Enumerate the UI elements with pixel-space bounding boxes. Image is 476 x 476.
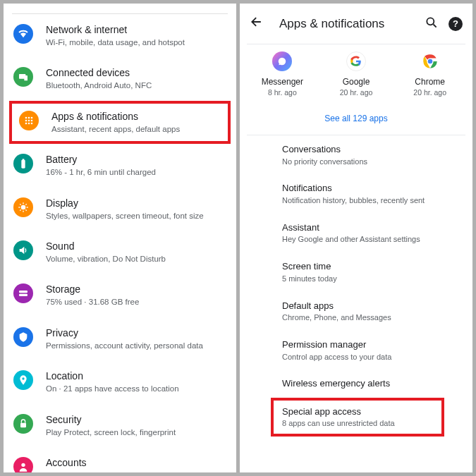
svg-point-7: [31, 119, 33, 121]
recent-app-google[interactable]: Google 20 hr. ago: [319, 51, 393, 97]
sub-item-default-apps[interactable]: Default apps Chrome, Phone, and Messages: [240, 292, 472, 331]
svg-rect-14: [19, 291, 28, 293]
google-icon: [346, 51, 366, 71]
sub-item-conversations[interactable]: Conversations No priority conversations: [240, 135, 472, 174]
svg-point-13: [21, 205, 26, 209]
sub-subtitle: 8 apps can use unrestricted data: [282, 418, 441, 429]
svg-point-22: [427, 59, 432, 64]
app-name: Messenger: [245, 77, 319, 87]
settings-main-pane: Network & internet Wi-Fi, mobile, data u…: [4, 4, 236, 472]
settings-sub-list: Conversations No priority conversations …: [240, 135, 472, 437]
item-subtitle: On · 21 apps have access to location: [46, 384, 179, 395]
svg-point-10: [31, 122, 33, 124]
devices-icon: [13, 67, 33, 87]
sub-item-wireless-alerts[interactable]: Wireless emergency alerts: [240, 370, 472, 398]
apps-notifications-pane: Apps & notifications ? Messenger 8 hr. a…: [240, 4, 472, 472]
sub-item-permission-manager[interactable]: Permission manager Control app access to…: [240, 331, 472, 370]
sub-subtitle: Control app access to your data: [282, 352, 472, 362]
storage-icon: [13, 283, 33, 303]
svg-point-2: [25, 116, 28, 118]
item-title: Connected devices: [46, 66, 152, 80]
settings-item-battery[interactable]: Battery 16% - 1 hr, 6 min until charged: [4, 144, 236, 187]
messenger-icon: [272, 51, 292, 71]
back-button[interactable]: [250, 15, 264, 32]
sub-item-screen-time[interactable]: Screen time 5 minutes today: [240, 252, 472, 291]
item-subtitle: Assistant, recent apps, default apps: [51, 124, 180, 135]
item-subtitle: Styles, wallpapers, screen timeout, font…: [46, 211, 204, 222]
item-title: Storage: [46, 283, 139, 296]
item-subtitle: WhatsApp, Adobe, and Google: [46, 470, 157, 472]
settings-item-connected[interactable]: Connected devices Bluetooth, Android Aut…: [4, 57, 236, 100]
settings-item-sound[interactable]: Sound Volume, vibration, Do Not Disturb: [4, 231, 236, 274]
settings-item-location[interactable]: Location On · 21 apps have access to loc…: [4, 360, 236, 403]
location-icon: [13, 370, 33, 390]
sub-subtitle: Chrome, Phone, and Messages: [282, 312, 472, 323]
settings-item-storage[interactable]: Storage 75% used · 31.68 GB free: [4, 274, 236, 317]
sub-item-special-app-access[interactable]: Special app access 8 apps can use unrest…: [271, 398, 444, 437]
svg-rect-1: [24, 75, 28, 80]
page-title: Apps & notifications: [279, 17, 425, 31]
see-all-apps-link[interactable]: See all 129 apps: [240, 102, 472, 135]
item-title: Location: [46, 370, 179, 383]
sub-subtitle: Notification history, bubbles, recently …: [282, 195, 472, 206]
item-subtitle: 16% - 1 hr, 6 min until charged: [46, 167, 156, 178]
item-title: Security: [46, 413, 176, 427]
svg-rect-11: [21, 160, 25, 169]
svg-rect-15: [19, 294, 28, 296]
sub-title: Conversations: [282, 143, 472, 156]
accounts-icon: [13, 457, 33, 472]
item-subtitle: 75% used · 31.68 GB free: [46, 297, 139, 308]
recent-app-chrome[interactable]: Chrome 20 hr. ago: [393, 51, 467, 97]
item-subtitle: Wi-Fi, mobile, data usage, and hotspot: [46, 37, 185, 49]
wifi-icon: [13, 24, 33, 44]
app-time: 8 hr. ago: [245, 88, 319, 97]
item-subtitle: Bluetooth, Android Auto, NFC: [46, 80, 152, 92]
item-title: Sound: [46, 240, 166, 253]
search-button[interactable]: [425, 16, 439, 32]
app-name: Google: [319, 77, 393, 87]
recent-apps-row: Messenger 8 hr. ago Google 20 hr. ago Ch…: [240, 44, 472, 102]
settings-item-apps[interactable]: Apps & notifications Assistant, recent a…: [12, 104, 228, 141]
svg-point-3: [28, 116, 30, 118]
chrome-icon: [420, 51, 440, 71]
item-title: Privacy: [46, 327, 203, 340]
sub-title: Screen time: [282, 260, 472, 273]
settings-item-accounts[interactable]: Accounts WhatsApp, Adobe, and Google: [4, 447, 236, 472]
app-time: 20 hr. ago: [393, 88, 467, 97]
app-time: 20 hr. ago: [319, 88, 393, 97]
svg-point-5: [25, 119, 28, 121]
sub-title: Default apps: [282, 300, 472, 312]
app-name: Chrome: [393, 77, 467, 87]
svg-point-9: [28, 122, 30, 124]
sub-item-assistant[interactable]: Assistant Hey Google and other Assistant…: [240, 214, 472, 252]
settings-item-security[interactable]: Security Play Protect, screen lock, fing…: [4, 404, 236, 447]
privacy-icon: [13, 327, 33, 347]
item-title: Apps & notifications: [51, 110, 180, 123]
item-title: Network & internet: [46, 23, 185, 37]
highlight-apps-notifications: Apps & notifications Assistant, recent a…: [9, 101, 231, 144]
settings-item-display[interactable]: Display Styles, wallpapers, screen timeo…: [4, 188, 236, 231]
apps-icon: [19, 111, 39, 130]
sub-title: Permission manager: [282, 338, 472, 351]
item-subtitle: Play Protect, screen lock, fingerprint: [46, 427, 176, 439]
svg-point-8: [25, 122, 28, 124]
recent-app-messenger[interactable]: Messenger 8 hr. ago: [245, 51, 319, 97]
help-button[interactable]: ?: [448, 17, 463, 31]
svg-point-19: [427, 18, 434, 25]
item-title: Battery: [46, 153, 156, 166]
item-subtitle: Volume, vibration, Do Not Disturb: [46, 254, 166, 265]
sub-subtitle: 5 minutes today: [282, 274, 472, 284]
sub-subtitle: Hey Google and other Assistant settings: [282, 234, 472, 245]
settings-item-privacy[interactable]: Privacy Permissions, account activity, p…: [4, 317, 236, 360]
item-title: Accounts: [46, 456, 157, 470]
sub-title: Notifications: [282, 182, 472, 195]
svg-point-18: [21, 463, 25, 467]
svg-rect-12: [23, 159, 25, 161]
page-header: Apps & notifications ?: [240, 4, 472, 44]
sub-item-notifications[interactable]: Notifications Notification history, bubb…: [240, 174, 472, 213]
settings-item-network[interactable]: Network & internet Wi-Fi, mobile, data u…: [4, 14, 236, 57]
sub-title: Wireless emergency alerts: [282, 377, 472, 390]
display-icon: [13, 197, 33, 217]
sub-title: Special app access: [282, 405, 441, 418]
security-icon: [13, 414, 33, 434]
